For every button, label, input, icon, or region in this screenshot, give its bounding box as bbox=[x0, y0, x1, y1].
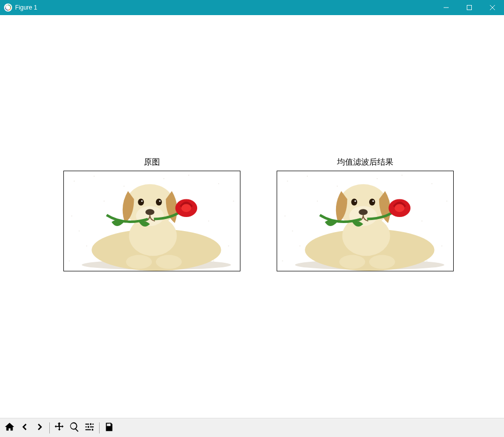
title-bar: Figure 1 bbox=[0, 0, 504, 15]
subplot-1-title: 原图 bbox=[63, 157, 240, 168]
maximize-button[interactable] bbox=[458, 0, 481, 15]
arrow-right-icon bbox=[34, 421, 45, 434]
toolbar-separator bbox=[49, 422, 50, 433]
close-button[interactable] bbox=[481, 0, 504, 15]
back-button[interactable] bbox=[17, 420, 32, 435]
app-icon bbox=[4, 4, 12, 12]
home-button[interactable] bbox=[2, 420, 17, 435]
svg-rect-32 bbox=[467, 6, 472, 10]
home-icon bbox=[4, 421, 15, 434]
subplot-2-title: 均值滤波后结果 bbox=[277, 157, 454, 168]
subplot-2: 均值滤波后结果 bbox=[277, 157, 454, 271]
sliders-icon bbox=[84, 421, 95, 434]
subplot-2-image bbox=[277, 171, 454, 271]
subplot-1-image bbox=[63, 171, 240, 271]
minimize-button[interactable] bbox=[435, 0, 458, 15]
figure-canvas[interactable]: 原图 均值滤波后结果 bbox=[0, 15, 504, 418]
matplotlib-toolbar bbox=[0, 418, 504, 437]
window-title: Figure 1 bbox=[15, 4, 37, 11]
arrow-left-icon bbox=[19, 421, 30, 434]
forward-button[interactable] bbox=[32, 420, 47, 435]
toolbar-separator bbox=[99, 422, 100, 433]
move-icon bbox=[54, 421, 65, 434]
zoom-button[interactable] bbox=[67, 420, 82, 435]
subplot-1: 原图 bbox=[63, 157, 240, 271]
configure-button[interactable] bbox=[82, 420, 97, 435]
magnifier-icon bbox=[69, 421, 80, 434]
svg-rect-35 bbox=[109, 423, 110, 425]
pan-button[interactable] bbox=[52, 420, 67, 435]
save-icon bbox=[104, 421, 115, 434]
save-button[interactable] bbox=[102, 420, 117, 435]
